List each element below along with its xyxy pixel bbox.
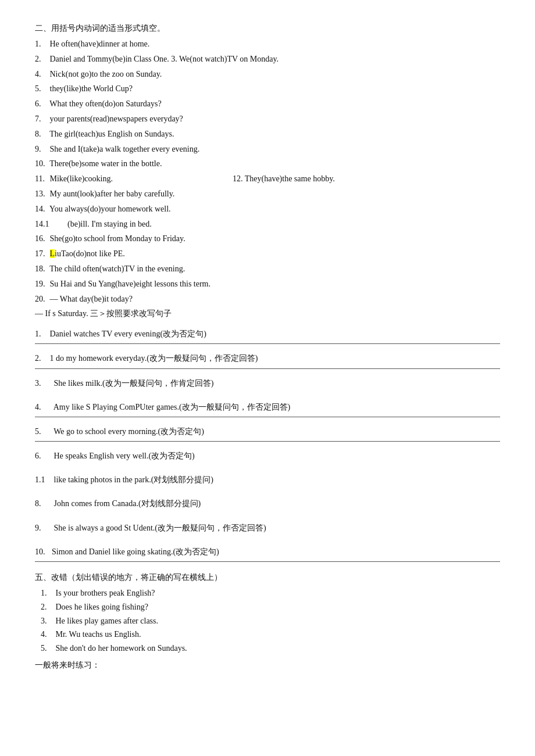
item-text: The girl(teach)us English on Sundays. xyxy=(49,130,174,138)
item-text: Daniel watches TV every evening(改为否定句) xyxy=(50,329,206,338)
section-five-list: 1. Is your brothers peak English? 2. Doe… xyxy=(35,586,500,655)
item-text: 1 do my homework everyday.(改为一般疑问句，作否定回答… xyxy=(50,354,258,363)
item-text: Daniel and Tommy(be)in Class One. 3. We(… xyxy=(50,55,279,63)
item-number: 13. xyxy=(35,187,48,201)
item-number: 5. xyxy=(41,642,54,655)
item-number: 11. xyxy=(35,172,48,186)
item-text: they(like)the World Cup? xyxy=(50,84,133,93)
list-item: — If s Saturday. 三＞按照要求改写句子 xyxy=(35,307,500,321)
item-text: like taking photos in the park.(对划线部分提问) xyxy=(50,475,214,484)
item-number: 20. xyxy=(35,292,48,306)
list-item: 20. — What day(be)it today? xyxy=(35,292,500,306)
item-number: 3. xyxy=(41,614,54,628)
list-item: 3. He likes play games after class. xyxy=(41,614,500,628)
list-item: 13. My aunt(look)after her baby carefull… xyxy=(35,187,500,201)
item-number: 8. xyxy=(35,127,48,141)
exercise-item-4: 4. Amy like S Playing ComPUter games.(改为… xyxy=(35,400,500,417)
item-number: 1.1 xyxy=(35,472,48,487)
item-text: Does he likes going fishing? xyxy=(56,603,148,611)
item-number: 4. xyxy=(41,628,54,642)
list-item: 9. She and I(take)a walk together every … xyxy=(35,142,500,156)
list-item: 14. You always(do)your homework well. xyxy=(35,202,500,216)
section-five-footer: 一般将来时练习： xyxy=(35,660,500,671)
item-number: 3. xyxy=(35,376,48,390)
item-text: He often(have)dinner at home. xyxy=(50,40,150,48)
item-text: Amy like S Playing ComPUter games.(改为一般疑… xyxy=(50,403,291,411)
list-item: 2. Daniel and Tommy(be)in Class One. 3. … xyxy=(35,52,500,66)
highlighted-char: L xyxy=(50,249,55,258)
item-number: 2. xyxy=(41,600,54,614)
list-item: 1. Is your brothers peak English? xyxy=(41,586,500,600)
item-number: 9. xyxy=(35,521,48,535)
section-five: 五、改错（划出错误的地方，将正确的写在横线上） 1. Is your broth… xyxy=(35,572,500,671)
item-text: Mike(like)cooking. xyxy=(50,174,113,183)
item-text: There(be)some water in the bottle. xyxy=(49,159,162,168)
exercise-item-9: 9. She is always a good St Udent.(改为一般疑问… xyxy=(35,521,500,538)
item-text: — What day(be)it today? xyxy=(50,295,133,303)
item-text: Nick(not go)to the zoo on Sunday. xyxy=(50,70,162,78)
item-number: 4. xyxy=(35,400,48,414)
list-item: 5. She don't do her homework on Sundays. xyxy=(41,642,500,655)
section-two-list: 1. He often(have)dinner at home. 2. Dani… xyxy=(35,37,500,321)
item-text: Su Hai and Su Yang(have)eight lessons th… xyxy=(50,280,211,288)
item-text: She and I(take)a walk together every eve… xyxy=(50,145,200,153)
item-number: 5. xyxy=(35,424,48,439)
item-text: your parents(read)newspapers everyday? xyxy=(50,114,183,123)
exercise-item-3: 3. She likes milk.(改为一般疑问句，作肯定回答) xyxy=(35,376,500,393)
item-text: We go to school every morning.(改为否定句) xyxy=(50,427,204,436)
exercise-item-6: 6. He speaks English very well.(改为否定句) xyxy=(35,449,500,465)
item-text: My aunt(look)after her baby carefully. xyxy=(50,189,175,198)
list-item: 16. She(go)to school from Monday to Frid… xyxy=(35,232,500,246)
item-number: 9. xyxy=(35,142,48,156)
item-number: 10. xyxy=(35,157,48,171)
section-three: 1. Daniel watches TV every evening(改为否定句… xyxy=(35,327,500,562)
list-item: 5. they(like)the World Cup? xyxy=(35,82,500,96)
item-text: Simon and Daniel like going skating.(改为否… xyxy=(50,547,219,556)
item-number: 5. xyxy=(35,82,48,96)
item-text: She don't do her homework on Sundays. xyxy=(56,644,187,653)
item-number: 6. xyxy=(35,449,48,463)
exercise-item-8: 8. John comes from Canada.(对划线部分提问) xyxy=(35,496,500,513)
list-item: 18. The child often(watch)TV in the even… xyxy=(35,262,500,276)
list-item: 14.1 (be)ill. I'm staying in bed. xyxy=(35,217,500,231)
item-text: He speaks English very well.(改为否定句) xyxy=(50,452,195,460)
item-number: 2. xyxy=(35,351,48,366)
item-number: 6. xyxy=(35,97,48,111)
list-item: 6. What they often(do)on Saturdays? xyxy=(35,97,500,111)
list-item: 11. Mike(like)cooking. 12. They(have)the… xyxy=(35,172,500,186)
section-two-title: 二、用括号内动词的适当形式填空。 xyxy=(35,23,500,34)
item-number: 2. xyxy=(35,52,48,66)
list-item: 1. He often(have)dinner at home. xyxy=(35,37,500,51)
item-number: 7. xyxy=(35,112,48,126)
list-item: 2. Does he likes going fishing? xyxy=(41,600,500,614)
list-item: 19. Su Hai and Su Yang(have)eight lesson… xyxy=(35,277,500,291)
exercise-item-2: 2. 1 do my homework everyday.(改为一般疑问句，作否… xyxy=(35,351,500,368)
list-item: 8. The girl(teach)us English on Sundays. xyxy=(35,127,500,141)
item-number: 16. xyxy=(35,232,48,246)
item-number: 14.1 xyxy=(35,217,49,231)
item-text: The child often(watch)TV in the evening. xyxy=(49,264,185,273)
item-number: 8. xyxy=(35,496,48,511)
item-number: 10. xyxy=(35,544,48,559)
item-number: 18. xyxy=(35,262,48,276)
item-text: — If s Saturday. 三＞按照要求改写句子 xyxy=(35,309,172,318)
item-number: 19. xyxy=(35,277,48,291)
item-number: 4. xyxy=(35,67,48,81)
section-two: 二、用括号内动词的适当形式填空。 1. He often(have)dinner… xyxy=(35,23,500,321)
list-item: 10. There(be)some water in the bottle. xyxy=(35,157,500,171)
item-text: (be)ill. I'm staying in bed. xyxy=(51,220,152,228)
exercise-item-7: 1.1 like taking photos in the park.(对划线部… xyxy=(35,472,500,489)
item-number: 1. xyxy=(41,586,54,600)
list-item: 17. LiuTao(do)not like PE. xyxy=(35,247,500,261)
item-number: 14. xyxy=(35,202,48,216)
item-number: 1. xyxy=(35,327,48,341)
section-five-title: 五、改错（划出错误的地方，将正确的写在横线上） xyxy=(35,572,500,583)
item-text: She likes milk.(改为一般疑问句，作肯定回答) xyxy=(50,379,214,388)
item-text: What they often(do)on Saturdays? xyxy=(49,99,161,108)
item-number: 1. xyxy=(35,37,48,51)
exercise-item-10: 10. Simon and Daniel like going skating.… xyxy=(35,544,500,562)
item-text: John comes from Canada.(对划线部分提问) xyxy=(50,499,201,508)
item-text: You always(do)your homework well. xyxy=(49,205,171,213)
exercise-item-5: 5. We go to school every morning.(改为否定句) xyxy=(35,424,500,442)
list-item: 4. Nick(not go)to the zoo on Sunday. xyxy=(35,67,500,81)
